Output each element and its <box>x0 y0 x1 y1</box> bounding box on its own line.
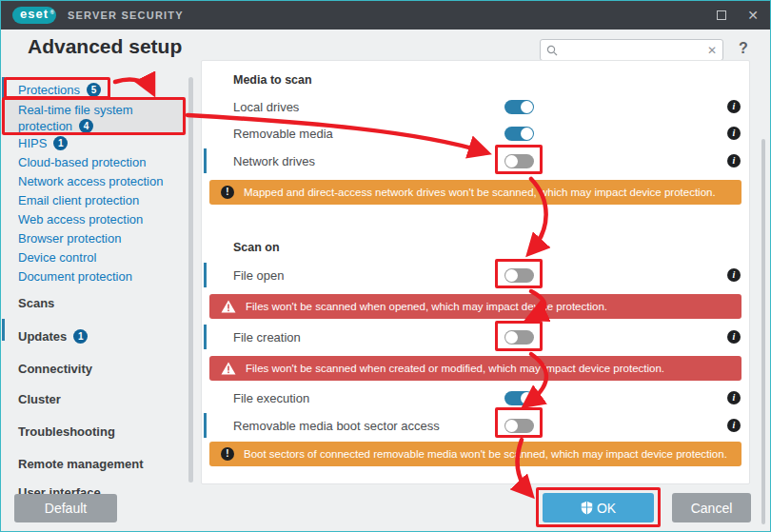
warning-triangle-icon <box>221 300 236 313</box>
setting-row-file-open: File open i <box>202 261 749 289</box>
sidebar-item-browser-protection[interactable]: Browser protection <box>1 229 196 248</box>
badge: 5 <box>87 83 101 97</box>
setting-row-file-execution: File execution i <box>202 384 749 411</box>
sidebar-item-web-access-protection[interactable]: Web access protection <box>1 210 196 229</box>
info-icon[interactable]: i <box>727 330 741 344</box>
badge: 4 <box>79 119 93 133</box>
setting-row-removable-media: Removable media i <box>202 120 749 147</box>
search-box[interactable]: ✕ <box>540 39 723 61</box>
registered-mark: ® <box>50 6 55 19</box>
sidebar-item-hips[interactable]: HIPS1 <box>1 134 196 153</box>
info-icon[interactable]: i <box>727 154 741 167</box>
admin-shield-icon <box>581 501 593 515</box>
eset-logo: eset® <box>12 7 56 24</box>
sidebar: Protections5 Real-time file system prote… <box>1 81 196 502</box>
maximize-icon[interactable] <box>717 10 726 20</box>
toggle-file-open[interactable] <box>504 268 534 283</box>
warning-banner-network-drives: ! Mapped and direct-access network drive… <box>209 180 741 205</box>
sidebar-item-cloud-based-protection[interactable]: Cloud-based protection <box>1 153 196 172</box>
sidebar-item-updates[interactable]: Updates1 <box>1 328 196 346</box>
sidebar-item-remote-management[interactable]: Remote management <box>1 456 196 474</box>
setting-row-network-drives: Network drives i <box>202 147 749 175</box>
clear-search-icon[interactable]: ✕ <box>707 44 717 57</box>
warning-triangle-icon <box>221 362 236 375</box>
setting-row-removable-media-boot-sector: Removable media boot sector access i <box>202 411 749 440</box>
info-icon[interactable]: i <box>727 419 741 432</box>
toggle-removable-media[interactable] <box>504 127 534 141</box>
error-banner-file-open: Files won't be scanned when opened, whic… <box>209 294 741 319</box>
search-input[interactable] <box>562 43 707 58</box>
toggle-removable-media-boot-sector[interactable] <box>504 419 534 433</box>
exclamation-circle-icon: ! <box>221 447 234 461</box>
sidebar-item-realtime-file-system-protection[interactable]: Real-time file system protection4 <box>1 100 187 134</box>
modified-indicator <box>204 413 207 438</box>
sidebar-item-device-control[interactable]: Device control <box>1 248 196 267</box>
sidebar-item-scans[interactable]: Scans <box>1 295 196 313</box>
sidebar-scrollbar[interactable] <box>188 77 193 483</box>
sidebar-item-protections[interactable]: Protections5 <box>1 81 196 100</box>
info-icon[interactable]: i <box>727 391 741 404</box>
sidebar-item-troubleshooting[interactable]: Troubleshooting <box>1 424 196 442</box>
default-button[interactable]: Default <box>14 494 117 522</box>
toggle-local-drives[interactable] <box>504 100 534 114</box>
section-header-scan-on: Scan on <box>202 241 749 255</box>
sidebar-item-document-protection[interactable]: Document protection <box>1 267 196 286</box>
section-header-media-to-scan: Media to scan <box>202 73 749 88</box>
toggle-file-execution[interactable] <box>504 391 534 405</box>
setting-row-file-creation: File creation i <box>202 323 749 351</box>
close-icon[interactable]: ✕ <box>747 9 759 22</box>
page-title: Advanced setup <box>28 35 182 58</box>
search-icon <box>546 45 558 56</box>
cancel-button[interactable]: Cancel <box>672 493 751 522</box>
sidebar-item-network-access-protection[interactable]: Network access protection <box>1 172 196 191</box>
exclamation-circle-icon: ! <box>221 186 234 199</box>
setting-row-local-drives: Local drives i <box>202 93 749 120</box>
help-icon[interactable]: ? <box>739 40 748 57</box>
sidebar-item-email-client-protection[interactable]: Email client protection <box>1 191 196 210</box>
warning-banner-boot-sectors: ! Boot sectors of connected removable me… <box>209 442 741 466</box>
info-icon[interactable]: i <box>727 268 741 282</box>
modified-indicator <box>204 325 207 349</box>
product-name: SERVER SECURITY <box>68 10 184 21</box>
toggle-file-creation[interactable] <box>504 330 534 345</box>
badge: 1 <box>53 136 68 150</box>
info-icon[interactable]: i <box>727 127 741 140</box>
error-banner-file-creation: Files won't be scanned when created or m… <box>209 356 741 381</box>
sidebar-item-cluster[interactable]: Cluster <box>1 391 196 409</box>
modified-indicator <box>204 148 207 173</box>
toggle-network-drives[interactable] <box>504 154 534 168</box>
settings-panel: Media to scan Local drives i Removable m… <box>201 60 750 484</box>
ok-button[interactable]: OK <box>543 493 654 522</box>
advanced-setup-window: eset® SERVER SECURITY ✕ Advanced setup ✕… <box>0 0 771 532</box>
badge: 1 <box>73 329 88 344</box>
sidebar-item-connectivity[interactable]: Connectivity <box>1 361 196 379</box>
info-icon[interactable]: i <box>727 100 741 113</box>
content-scrollbar[interactable] <box>761 139 765 524</box>
title-bar: eset® SERVER SECURITY ✕ <box>1 1 770 30</box>
modified-indicator <box>204 263 207 287</box>
